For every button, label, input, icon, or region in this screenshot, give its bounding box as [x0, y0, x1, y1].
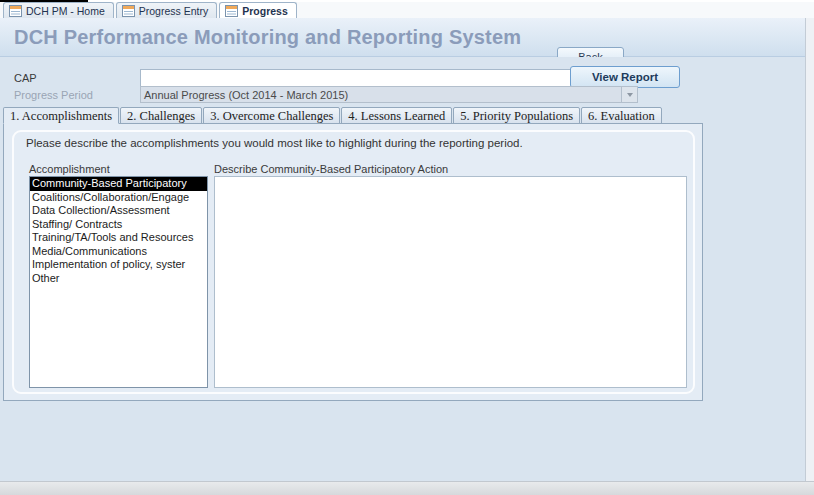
- window-bottom-bar: [0, 481, 814, 495]
- app-window: DCH PM - Home Progress Entry Progress DC…: [0, 0, 814, 495]
- document-tab-label: Progress: [242, 5, 288, 17]
- section-tab-strip: 1. Accomplishments 2. Challenges 3. Over…: [3, 107, 663, 124]
- tab-accomplishments[interactable]: 1. Accomplishments: [3, 107, 119, 124]
- page-title: DCH Performance Monitoring and Reporting…: [14, 26, 521, 49]
- tab-evaluation[interactable]: 6. Evaluation: [581, 107, 662, 124]
- accomplishment-list-label: Accomplishment: [29, 163, 110, 175]
- document-tab-label: Progress Entry: [139, 5, 208, 17]
- tab-overcome-challenges[interactable]: 3. Overcome Challenges: [203, 107, 340, 124]
- vertical-scrollbar[interactable]: [805, 18, 814, 481]
- tab-challenges[interactable]: 2. Challenges: [120, 107, 202, 124]
- document-tab-progress-entry[interactable]: Progress Entry: [116, 2, 217, 18]
- describe-textarea[interactable]: [214, 176, 687, 388]
- cap-combobox[interactable]: [140, 69, 638, 87]
- cap-combobox-value: [141, 70, 622, 86]
- document-tab-bar: DCH PM - Home Progress Entry Progress: [0, 2, 814, 18]
- form-body: CAP View Report Progress Period Annual P…: [0, 57, 814, 481]
- progress-period-value: Annual Progress (Oct 2014 - March 2015): [141, 87, 621, 102]
- view-report-button[interactable]: View Report: [570, 66, 680, 88]
- tab-priority-populations[interactable]: 5. Priority Populations: [453, 107, 580, 124]
- accomplishment-listbox[interactable]: Community-Based Participatory Coalitions…: [29, 176, 208, 388]
- document-tab-label: DCH PM - Home: [26, 5, 105, 17]
- cap-label: CAP: [14, 72, 37, 84]
- instruction-text: Please describe the accomplishments you …: [26, 137, 523, 149]
- form-icon: [225, 5, 238, 17]
- accomplishments-tab-page: Please describe the accomplishments you …: [3, 123, 703, 401]
- chevron-down-icon: [627, 93, 633, 97]
- document-tab-progress[interactable]: Progress: [219, 2, 297, 18]
- list-item[interactable]: Coalitions/Collaboration/Engage: [30, 191, 207, 205]
- form-icon: [9, 5, 22, 17]
- list-item[interactable]: Training/TA/Tools and Resources: [30, 231, 207, 245]
- form-icon: [122, 5, 135, 17]
- list-item[interactable]: Staffing/ Contracts: [30, 218, 207, 232]
- list-item[interactable]: Community-Based Participatory: [30, 177, 207, 191]
- list-item[interactable]: Data Collection/Assessment: [30, 204, 207, 218]
- list-item[interactable]: Implementation of policy, syster: [30, 258, 207, 272]
- list-item[interactable]: Other: [30, 272, 207, 286]
- describe-label: Describe Community-Based Participatory A…: [214, 163, 448, 175]
- tab-lessons-learned[interactable]: 4. Lessons Learned: [341, 107, 452, 124]
- progress-period-label: Progress Period: [14, 89, 93, 101]
- document-tab-home[interactable]: DCH PM - Home: [3, 2, 114, 18]
- progress-period-dropdown-button: [621, 87, 637, 102]
- list-item[interactable]: Media/Communications: [30, 245, 207, 259]
- progress-period-combobox: Annual Progress (Oct 2014 - March 2015): [140, 86, 638, 103]
- form-header: DCH Performance Monitoring and Reporting…: [0, 18, 814, 57]
